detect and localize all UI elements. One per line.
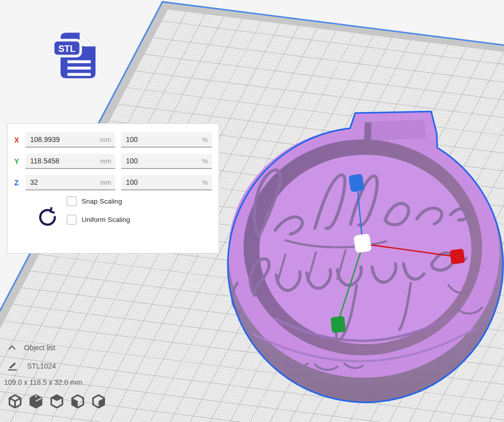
uniform-scaling-label: Uniform Scaling <box>82 216 130 223</box>
scale-row-z: Z mm % <box>8 175 219 190</box>
gizmo-x-handle[interactable] <box>449 248 465 264</box>
x-size-input[interactable] <box>25 135 93 144</box>
uniform-scaling-checkbox[interactable] <box>67 215 76 224</box>
x-percent-field[interactable]: % <box>121 132 212 148</box>
y-percent-field[interactable]: % <box>121 154 212 169</box>
x-percent-unit: % <box>202 136 208 144</box>
y-size-input[interactable] <box>25 157 93 165</box>
z-percent-input[interactable] <box>121 178 190 186</box>
scale-tool-panel: X mm % Y mm % Z mm % <box>7 123 219 254</box>
object-dimensions: 109.0 x 118.5 x 32.0 mm <box>0 378 163 386</box>
z-size-field[interactable]: mm <box>25 175 115 190</box>
snap-scaling-checkbox[interactable] <box>67 196 76 206</box>
rotate-ccw-arrowhead <box>50 207 55 213</box>
model-tab-recess-wall <box>364 122 372 141</box>
x-size-field[interactable]: mm <box>25 132 115 148</box>
object-list-panel: Object list STL1024 109.0 x 118.5 x 32.0… <box>0 342 163 409</box>
gizmo-y-handle[interactable] <box>331 316 346 333</box>
scale-row-y: Y mm % <box>8 154 219 169</box>
view-3d-icon[interactable] <box>7 393 23 409</box>
scale-row-x: X mm % <box>8 132 219 148</box>
axis-z-label: Z <box>14 179 25 187</box>
stl-file-icon: STL <box>50 29 103 81</box>
z-size-unit: mm <box>100 179 111 186</box>
file-text-line <box>67 67 91 70</box>
file-text-line <box>67 60 91 63</box>
gizmo-center-handle[interactable] <box>354 234 372 253</box>
view-right-icon[interactable] <box>91 393 107 409</box>
file-badge-label: STL <box>59 44 76 54</box>
axis-x-label: X <box>14 136 25 144</box>
y-percent-unit: % <box>202 157 208 165</box>
file-text-line <box>67 73 91 76</box>
gizmo-z-handle[interactable] <box>349 174 365 192</box>
z-percent-unit: % <box>202 179 208 186</box>
object-item-name: STL1024 <box>27 362 56 370</box>
object-list-header[interactable]: Object list <box>0 342 163 353</box>
uniform-scaling-row: Uniform Scaling <box>67 215 130 224</box>
chevron-up-icon <box>8 345 16 351</box>
z-percent-field[interactable]: % <box>121 175 212 190</box>
camera-view-buttons <box>0 393 163 409</box>
view-top-icon[interactable] <box>49 393 65 409</box>
z-size-input[interactable] <box>25 178 93 186</box>
x-size-unit: mm <box>100 136 111 144</box>
y-percent-input[interactable] <box>121 157 190 165</box>
y-size-unit: mm <box>100 157 111 165</box>
view-left-icon[interactable] <box>70 393 86 409</box>
reset-scale-button[interactable] <box>36 203 60 233</box>
x-percent-input[interactable] <box>121 135 190 144</box>
y-size-field[interactable]: mm <box>25 154 115 169</box>
pencil-icon <box>7 361 18 371</box>
axis-y-label: Y <box>14 157 25 165</box>
scale-options: Snap Scaling Uniform Scaling <box>8 196 219 233</box>
snap-scaling-label: Snap Scaling <box>82 198 122 205</box>
model-tab-recess <box>364 120 426 141</box>
object-list-title: Object list <box>24 344 55 352</box>
snap-scaling-row: Snap Scaling <box>67 196 130 206</box>
object-list-item[interactable]: STL1024 <box>0 360 163 372</box>
view-front-icon[interactable] <box>28 393 44 409</box>
